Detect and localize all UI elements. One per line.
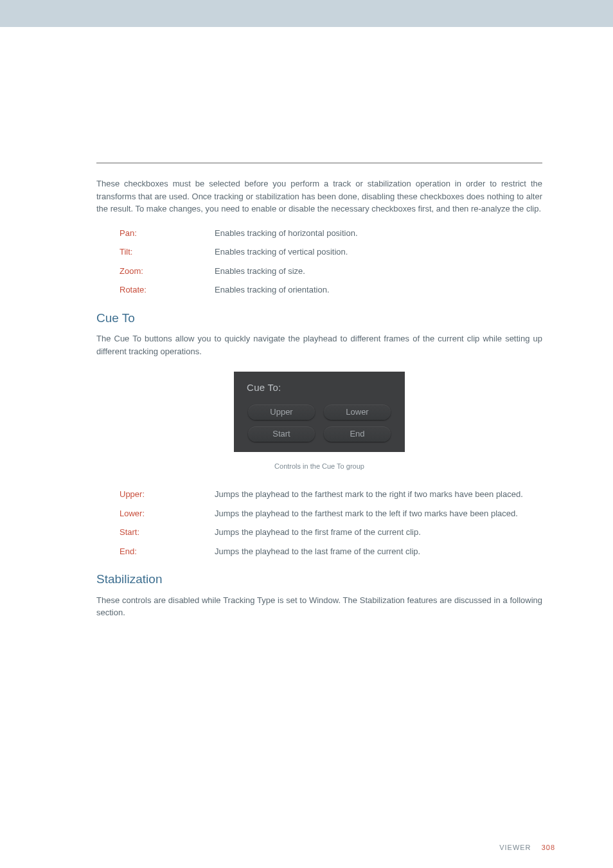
- def-desc: Jumps the playhead to the farthest mark …: [215, 488, 542, 501]
- lower-button[interactable]: Lower: [324, 404, 391, 420]
- def-term: End:: [120, 545, 215, 558]
- panel-title: Cue To:: [247, 381, 396, 395]
- def-term: Rotate:: [120, 284, 215, 296]
- heading-stabilization: Stabilization: [96, 570, 542, 589]
- def-term: Start:: [120, 526, 215, 539]
- def-end: End: Jumps the playhead to the last fram…: [120, 545, 542, 558]
- def-term: Tilt:: [120, 246, 215, 258]
- def-term: Upper:: [120, 488, 215, 501]
- def-rotate: Rotate: Enables tracking of orientation.: [120, 284, 542, 296]
- def-desc: Enables tracking of horizontal position.: [215, 227, 542, 240]
- def-term: Pan:: [120, 227, 215, 240]
- def-term: Lower:: [120, 507, 215, 520]
- figure-caption: Controls in the Cue To group: [96, 461, 542, 472]
- intro-paragraph: These checkboxes must be selected before…: [96, 177, 542, 215]
- def-upper: Upper: Jumps the playhead to the farthes…: [120, 488, 542, 501]
- cue-to-paragraph: The Cue To buttons allow you to quickly …: [96, 332, 542, 357]
- def-desc: Jumps the playhead to the last frame of …: [215, 545, 542, 558]
- def-zoom: Zoom: Enables tracking of size.: [120, 265, 542, 278]
- def-desc: Enables tracking of size.: [215, 265, 542, 278]
- cue-to-panel: Cue To: Upper Lower Start End: [234, 372, 405, 452]
- def-tilt: Tilt: Enables tracking of vertical posit…: [120, 246, 542, 258]
- def-desc: Jumps the playhead to the farthest mark …: [215, 507, 542, 520]
- upper-button[interactable]: Upper: [248, 404, 315, 420]
- def-desc: Enables tracking of vertical position.: [215, 246, 542, 258]
- start-button[interactable]: Start: [248, 426, 315, 442]
- header-band: [0, 0, 613, 27]
- def-desc: Jumps the playhead to the first frame of…: [215, 526, 542, 539]
- def-start: Start: Jumps the playhead to the first f…: [120, 526, 542, 539]
- end-button[interactable]: End: [324, 426, 391, 442]
- heading-cue-to: Cue To: [96, 309, 542, 328]
- def-pan: Pan: Enables tracking of horizontal posi…: [120, 227, 542, 240]
- def-lower: Lower: Jumps the playhead to the farthes…: [120, 507, 542, 520]
- def-desc: Enables tracking of orientation.: [215, 284, 542, 296]
- horizontal-rule: [96, 163, 542, 163]
- stabilization-paragraph: These controls are disabled while Tracki…: [96, 594, 542, 619]
- cue-to-definitions: Upper: Jumps the playhead to the farthes…: [120, 488, 542, 557]
- def-term: Zoom:: [120, 265, 215, 278]
- tracking-definitions: Pan: Enables tracking of horizontal posi…: [120, 227, 542, 296]
